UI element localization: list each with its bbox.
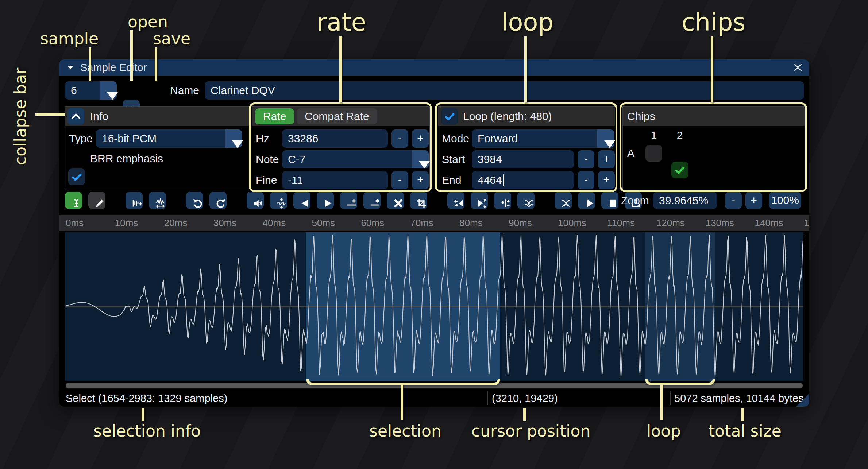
window-resize-grip[interactable]: [796, 394, 809, 407]
trim-button[interactable]: [410, 192, 427, 209]
sample-select[interactable]: 6: [65, 81, 117, 100]
chips-section: Chips 1 2 A: [622, 106, 805, 189]
loop-end-input[interactable]: 4464: [472, 171, 574, 189]
mode-label: Mode: [442, 129, 469, 148]
select-tool-button[interactable]: [65, 192, 82, 209]
delete-button[interactable]: [387, 192, 404, 209]
chevron-down-icon[interactable]: [100, 81, 117, 100]
draw-tool-button[interactable]: [88, 192, 105, 209]
title-bar[interactable]: Sample Editor: [59, 59, 809, 76]
filter-icon: [520, 195, 532, 206]
chip-1-checkbox[interactable]: [645, 145, 662, 162]
filter-button[interactable]: [517, 192, 535, 209]
redo-button[interactable]: [209, 192, 227, 209]
waveform-canvas[interactable]: [65, 232, 803, 381]
close-icon[interactable]: [792, 62, 803, 73]
ruler-label: 70ms: [410, 215, 433, 231]
play-icon: [581, 195, 592, 206]
reverse-button[interactable]: [447, 192, 464, 209]
loop-end-minus-button[interactable]: -: [578, 171, 594, 189]
signed-unsigned-button[interactable]: [494, 192, 511, 209]
loop-start-plus-button[interactable]: +: [598, 150, 615, 168]
reverse-icon: [450, 195, 462, 206]
brr-emphasis-checkbox[interactable]: [68, 168, 85, 185]
zoom-in-button[interactable]: +: [745, 192, 762, 209]
scrollbar-thumb[interactable]: [66, 383, 803, 388]
cursor-position-text: (3210, 19429): [492, 390, 558, 407]
annotation-save: save: [153, 29, 190, 48]
normalize-button[interactable]: [270, 192, 287, 209]
invert-icon: [474, 195, 485, 206]
chip-2-checkbox[interactable]: [671, 162, 688, 178]
total-size-text: 5072 samples, 10144 bytes: [674, 390, 804, 407]
zoom-input[interactable]: 39.9645%: [653, 192, 717, 209]
invert-button[interactable]: [471, 192, 488, 209]
undo-button[interactable]: [186, 192, 203, 209]
stop-icon: [604, 195, 616, 206]
amplify-button[interactable]: [247, 192, 264, 209]
brr-emphasis-label: BRR emphasis: [90, 150, 163, 168]
chevron-down-icon[interactable]: [225, 129, 242, 148]
note-value: C-7: [288, 150, 305, 168]
ruler-label: 20ms: [164, 215, 188, 231]
mode-select[interactable]: Forward: [472, 129, 614, 148]
chevron-down-icon[interactable]: [412, 150, 429, 168]
loop-start-input[interactable]: 3984: [472, 150, 574, 168]
ruler-label: 60ms: [361, 215, 384, 231]
zoom-reset-button[interactable]: 100%: [769, 192, 801, 209]
preview-button[interactable]: [578, 192, 595, 209]
name-input[interactable]: Clarinet DQV: [205, 81, 804, 100]
callout-line-cursor-position: [523, 408, 526, 421]
wave-plus-icon: [128, 195, 140, 206]
fade-in-button[interactable]: [293, 192, 310, 209]
hz-minus-button[interactable]: -: [391, 129, 408, 148]
crossfade-button[interactable]: [555, 192, 572, 209]
ruler-label: 130ms: [706, 215, 734, 231]
chevron-down-icon[interactable]: [597, 129, 614, 148]
ruler-label: 140ms: [755, 215, 783, 231]
tab-compat-rate[interactable]: Compat Rate: [297, 108, 377, 124]
name-label: Name: [170, 81, 199, 100]
ruler-label: 90ms: [509, 215, 532, 231]
tab-rate[interactable]: Rate: [255, 108, 294, 124]
fine-input[interactable]: -11: [282, 171, 388, 189]
loop-end-label: End: [442, 171, 461, 189]
cross-icon: [390, 195, 401, 206]
ruler-label: 150ms: [804, 215, 810, 231]
ruler-label: 0ms: [66, 215, 84, 231]
resample-button[interactable]: [149, 192, 166, 209]
loop-enable-checkbox[interactable]: [441, 108, 458, 125]
annotation-cursor-position: cursor position: [471, 422, 590, 440]
annotation-sample: sample: [40, 29, 99, 48]
apply-silence-button[interactable]: [363, 192, 381, 209]
info-header: Info: [90, 107, 108, 126]
chip-col-1: 1: [645, 127, 662, 143]
annotation-collapse-bar: collapse bar: [11, 69, 30, 165]
fine-minus-button[interactable]: -: [391, 171, 408, 189]
window-collapse-icon[interactable]: [66, 63, 74, 71]
fade-out-button[interactable]: [317, 192, 334, 209]
text-caret: [503, 174, 504, 186]
fine-plus-button[interactable]: +: [412, 171, 429, 189]
resize-button[interactable]: [126, 192, 143, 209]
window-title: Sample Editor: [80, 59, 147, 76]
time-ruler: 0ms10ms20ms30ms40ms50ms60ms70ms80ms90ms1…: [59, 215, 809, 231]
chip-row-a: A: [627, 145, 634, 162]
stop-preview-button[interactable]: [601, 192, 618, 209]
loop-end-plus-button[interactable]: +: [598, 171, 615, 189]
annotation-open: open: [128, 12, 168, 31]
waveform-scrollbar: [65, 383, 803, 389]
annotation-loop: loop: [501, 8, 553, 36]
pencil-icon: [91, 195, 103, 206]
collapse-info-button[interactable]: [67, 108, 84, 125]
ruler-label: 40ms: [263, 215, 286, 231]
type-select[interactable]: 16-bit PCM: [96, 129, 242, 148]
note-select[interactable]: C-7: [282, 150, 429, 168]
loop-start-minus-button[interactable]: -: [578, 150, 594, 168]
hz-input[interactable]: 33286: [282, 129, 388, 148]
fine-label: Fine: [256, 171, 277, 189]
hz-plus-button[interactable]: +: [412, 129, 429, 148]
annotation-loop-region: loop: [647, 422, 681, 440]
insert-silence-button[interactable]: [340, 192, 357, 209]
zoom-out-button[interactable]: -: [725, 192, 742, 209]
